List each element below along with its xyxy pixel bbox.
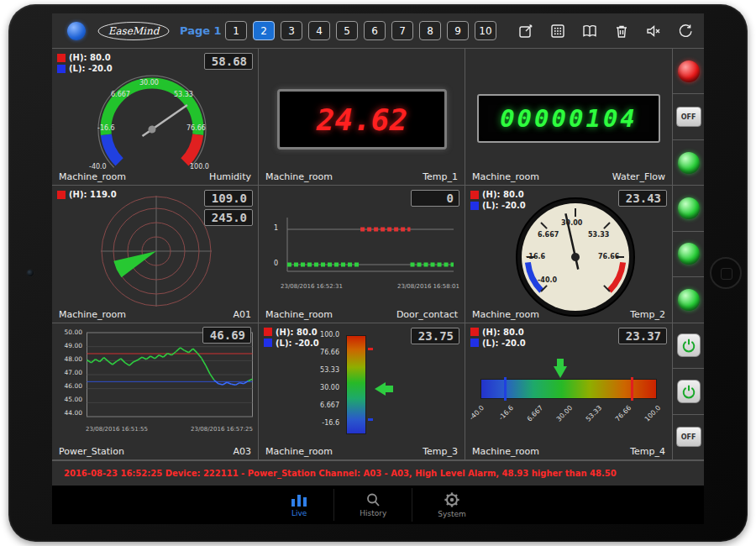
indicator-green-button-3[interactable] <box>673 232 704 277</box>
green-led-icon <box>678 152 700 174</box>
led-value: 24.62 <box>317 102 407 137</box>
page-button-10[interactable]: 10 <box>475 21 496 40</box>
alarm-message: 2016-08-23 16:52:25 Device: 222111 - Pow… <box>64 469 617 478</box>
scale-tick: -40.0 <box>468 404 486 422</box>
high-limit-chip <box>57 191 66 199</box>
off-switch-1[interactable]: OFF <box>673 94 704 139</box>
front-camera <box>26 269 34 277</box>
high-limit-label: (H): 80.0 <box>482 190 524 199</box>
power-icon <box>681 338 696 353</box>
gauge-tick: 30.00 <box>139 79 159 87</box>
panel-water-flow: 00000104 Machine_room Water_Flow <box>465 49 672 186</box>
channel-label: Temp_1 <box>423 171 458 182</box>
alarm-bar: 2016-08-23 16:52:25 Device: 222111 - Pow… <box>52 460 704 486</box>
gauge-tick: -40.0 <box>89 163 107 171</box>
low-limit-label: (L): -20.0 <box>482 201 526 210</box>
home-button[interactable] <box>710 257 742 289</box>
tablet-frame: EaseMind Page 1 1 2 3 4 5 6 7 8 9 10 <box>8 4 748 542</box>
high-limit-chip <box>57 54 66 62</box>
y-axis-labels: 50.00 49.00 48.00 47.00 46.00 45.00 44.0… <box>57 329 82 417</box>
indicator-green-button-2[interactable] <box>673 186 704 231</box>
indicator-green-button-4[interactable] <box>673 277 704 323</box>
switch-label: OFF <box>676 427 701 447</box>
legend: (H): 80.0 (L): -20.0 <box>57 53 113 75</box>
low-limit-chip <box>470 339 479 347</box>
channel-label: Temp_3 <box>423 446 458 457</box>
indicator-red-button[interactable] <box>673 49 704 94</box>
high-limit-chip <box>470 328 479 336</box>
magnifier-icon <box>364 492 382 507</box>
high-limit-label: (H): 80.0 <box>69 53 111 62</box>
y-tick: 45.00 <box>65 396 82 403</box>
y-tick: 49.00 <box>65 343 82 349</box>
gauge-tick: 76.66 <box>598 253 619 260</box>
panel-temp3: (H): 80.0 (L): -20.0 23.75 100.0 76.66 5… <box>259 323 465 460</box>
power-button-2[interactable] <box>673 369 704 414</box>
location-label: Machine_room <box>472 309 539 320</box>
location-label: Machine_room <box>265 309 333 320</box>
green-led-icon <box>678 243 700 265</box>
value-display: 23.75 <box>411 328 459 344</box>
page-button-3[interactable]: 3 <box>281 21 302 40</box>
high-limit-label: (H): 80.0 <box>276 328 318 337</box>
indicator-green-button-1[interactable] <box>673 140 704 186</box>
scale-tick: 6.667 <box>526 404 545 423</box>
tab-live[interactable]: Live <box>265 489 333 521</box>
page-button-8[interactable]: 8 <box>419 21 441 40</box>
page-button-2[interactable]: 2 <box>253 21 275 40</box>
panel-humidity: (H): 80.0 (L): -20.0 58.68 <box>52 49 259 186</box>
book-button[interactable] <box>580 22 598 39</box>
location-label: Machine_room <box>59 309 126 320</box>
value-display: 23.37 <box>618 328 667 344</box>
panel-temp1: 24.62 Machine_room Temp_1 <box>259 49 465 186</box>
control-sidebar: OFF OFF <box>672 49 704 460</box>
page-button-6[interactable]: 6 <box>364 21 386 40</box>
power-button-1[interactable] <box>673 323 704 369</box>
scale-tick: 76.66 <box>614 404 633 423</box>
edit-button[interactable] <box>517 22 534 39</box>
legend: (H): 80.0 (L): -20.0 <box>264 328 319 349</box>
page-button-4[interactable]: 4 <box>308 21 330 40</box>
gauge-tick: 30.00 <box>561 219 582 227</box>
location-label: Machine_room <box>472 171 539 182</box>
location-label: Machine_room <box>265 446 333 457</box>
app-screen: EaseMind Page 1 1 2 3 4 5 6 7 8 9 10 <box>52 13 704 524</box>
tab-label: System <box>438 510 466 518</box>
legend: (H): 119.0 <box>57 190 117 201</box>
value-display: 46.69 <box>202 327 251 344</box>
gauge-tick: -16.6 <box>97 124 115 132</box>
value-display: 58.68 <box>204 53 253 70</box>
keypad-icon <box>549 23 566 39</box>
panel-temp4: (H): 80.0 (L): -20.0 23.37 -40.0 <box>465 323 672 460</box>
gauge-tick: -40.0 <box>538 276 557 284</box>
gauge-tick: 100.0 <box>190 163 209 171</box>
page-button-1[interactable]: 1 <box>225 21 247 40</box>
y-tick: 46.00 <box>65 383 82 390</box>
mute-button[interactable] <box>644 22 662 39</box>
page-button-7[interactable]: 7 <box>391 21 413 40</box>
delete-button[interactable] <box>612 22 630 39</box>
refresh-button[interactable] <box>676 22 694 39</box>
value-display: 0 <box>411 190 459 207</box>
gear-icon <box>443 491 461 508</box>
page-button-9[interactable]: 9 <box>447 21 469 40</box>
page-button-5[interactable]: 5 <box>336 21 358 40</box>
toolbar-icons <box>517 22 694 39</box>
page-buttons: 1 2 3 4 5 6 7 8 9 10 <box>225 21 496 40</box>
panel-a03: 46.69 50.00 49.00 48.00 47.00 46.00 45.0… <box>52 323 259 460</box>
power-icon <box>681 384 696 399</box>
channel-label: A03 <box>233 446 251 457</box>
bar-gauge-horizontal <box>480 379 657 399</box>
off-switch-2[interactable]: OFF <box>673 415 704 460</box>
tab-history[interactable]: History <box>333 489 412 521</box>
panel-temp2: (H): 80.0 (L): -20.0 23.43 <box>465 186 672 323</box>
scale-tick: 30.00 <box>555 404 575 423</box>
refresh-icon <box>677 23 694 39</box>
legend: (H): 80.0 (L): -20.0 <box>470 328 526 349</box>
value-display: 109.0 <box>204 190 253 207</box>
brand-text: EaseMind <box>108 25 160 37</box>
tab-system[interactable]: System <box>412 488 491 522</box>
low-limit-label: (L): -20.0 <box>482 339 526 348</box>
keypad-button[interactable] <box>549 22 566 39</box>
scale-tick: 100.0 <box>643 404 663 423</box>
